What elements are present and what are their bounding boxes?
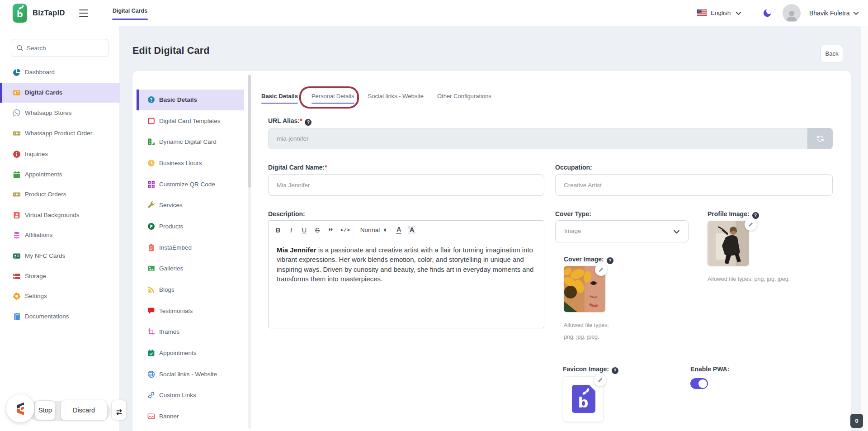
money-icon — [13, 190, 21, 199]
card-name-input[interactable] — [268, 174, 544, 196]
language-selector-label[interactable]: English — [711, 9, 731, 16]
background-color-icon[interactable]: A — [408, 226, 415, 234]
profile-image-thumbnail[interactable] — [708, 221, 749, 266]
section-item-dynamic-digital-card[interactable]: Dynamic Digital Card — [137, 132, 244, 152]
tab-other-configurations[interactable]: Other Configurations — [437, 93, 491, 104]
sidebar-item-storage[interactable]: Storage — [0, 266, 120, 286]
help-icon[interactable]: ? — [612, 367, 618, 374]
help-icon[interactable]: ? — [607, 257, 613, 264]
tab-personal-details[interactable]: Personal Details — [311, 93, 354, 104]
sidebar-item-virtual-backgrounds[interactable]: Virtual Backgrounds — [0, 205, 120, 225]
section-item-customize-qr-code[interactable]: Customize QR Code — [137, 174, 244, 195]
discard-button[interactable]: Discard — [61, 400, 107, 421]
sidebar-item-affiliations[interactable]: Affiliations — [0, 225, 120, 245]
page-scrollbar-track[interactable] — [861, 0, 868, 431]
occupation-input[interactable] — [555, 174, 833, 196]
user-name[interactable]: Bhavik Fuletra — [809, 9, 849, 17]
occupation-label: Occupation: — [555, 164, 592, 171]
text-color-icon[interactable]: A — [396, 226, 401, 234]
edit-profile-image-button[interactable] — [745, 218, 757, 231]
regenerate-alias-button[interactable] — [807, 128, 833, 149]
user-avatar[interactable] — [783, 4, 801, 22]
sidebar-item-label: Whatsapp Stores — [25, 109, 72, 116]
enable-pwa-toggle[interactable] — [690, 378, 708, 389]
photo-icon — [147, 265, 155, 272]
pencil-icon — [598, 267, 604, 273]
section-item-business-hours[interactable]: Business Hours — [137, 153, 244, 174]
url-alias-input[interactable] — [268, 128, 807, 149]
section-item-appointments[interactable]: Appointments — [137, 343, 244, 364]
sidebar-item-dashboard[interactable]: Dashboard — [0, 62, 120, 82]
edit-favicon-button[interactable] — [594, 374, 606, 386]
sidebar-item-documentations[interactable]: Documentations — [0, 307, 120, 327]
section-item-instaembed[interactable]: InstaEmbed — [137, 237, 244, 258]
section-item-label: Banner — [159, 413, 179, 420]
language-chevron-down-icon[interactable] — [735, 10, 742, 17]
gear-icon — [13, 292, 21, 300]
section-item-label: Appointments — [159, 350, 197, 356]
money-icon — [13, 129, 21, 137]
section-item-services[interactable]: Services — [137, 195, 244, 216]
sidebar-item-label: Whatsapp Product Order — [25, 130, 92, 137]
hamburger-menu-icon[interactable] — [79, 9, 88, 19]
sections-scrollbar[interactable] — [248, 75, 251, 429]
section-item-iframes[interactable]: Iframes — [137, 322, 244, 342]
crop-icon — [147, 328, 155, 336]
section-item-label: InstaEmbed — [159, 244, 192, 251]
tab-basic-details[interactable]: Basic Details — [261, 93, 298, 104]
section-item-custom-links[interactable]: Custom Links — [137, 385, 244, 406]
blockquote-icon[interactable]: ” — [327, 229, 334, 234]
italic-icon[interactable]: I — [288, 226, 294, 234]
back-button[interactable]: Back — [821, 45, 843, 62]
sidebar-item-inquiries[interactable]: Inquiries — [0, 144, 120, 164]
cover-type-select[interactable]: Image — [555, 220, 689, 242]
bold-icon[interactable]: B — [275, 226, 281, 234]
sidebar-item-digital-cards[interactable]: Digital Cards — [0, 83, 120, 103]
recorder-logo-badge[interactable] — [6, 394, 34, 422]
section-item-testimonials[interactable]: Testimonials — [137, 301, 244, 322]
sidebar-item-label: Inquiries — [25, 151, 48, 157]
header-tab-digital-cards[interactable]: Digital Cards — [113, 8, 147, 14]
code-icon[interactable]: </> — [340, 227, 350, 233]
sidebar-item-label: Affiliations — [25, 232, 52, 238]
section-item-galleries[interactable]: Galleries — [137, 258, 244, 279]
section-item-social-links-website[interactable]: Social links - Website — [137, 364, 244, 385]
sidebar-item-label: Documentations — [25, 313, 69, 320]
format-select[interactable]: Normal ▲▼ — [360, 227, 387, 233]
help-icon[interactable]: ? — [305, 119, 311, 126]
section-item-products[interactable]: Products — [137, 216, 244, 237]
sidebar-item-label: Appointments — [25, 171, 62, 178]
recorder-logo-icon — [13, 401, 28, 416]
stop-button[interactable]: Stop — [35, 400, 56, 420]
edit-cover-image-button[interactable] — [595, 264, 607, 276]
section-item-digital-card-templates[interactable]: Digital Card Templates — [137, 111, 244, 132]
section-item-banner[interactable]: Banner — [137, 406, 244, 427]
sidebar-item-appointments[interactable]: Appointments — [0, 165, 120, 185]
swap-button[interactable] — [111, 400, 127, 420]
help-icon[interactable]: ? — [752, 212, 759, 219]
sidebar-item-whatsapp-product-order[interactable]: Whatsapp Product Order — [0, 123, 120, 143]
search-input[interactable] — [27, 40, 106, 56]
sidebar-item-label: Digital Cards — [25, 89, 62, 96]
dark-mode-moon-icon[interactable] — [762, 8, 772, 18]
description-text[interactable]: Mia Jennifer is a passionate and creativ… — [269, 239, 544, 289]
sidebar-item-settings[interactable]: Settings — [0, 286, 120, 306]
counter-badge: 0 — [850, 414, 863, 428]
sidebar-item-whatsapp-stores[interactable]: Whatsapp Stores — [0, 103, 120, 123]
brand-logo[interactable]: b — [13, 4, 27, 23]
brand-name: BizTapID — [33, 9, 65, 17]
section-item-label: Products — [159, 223, 183, 230]
tab-social-links-website[interactable]: Social links - Website — [368, 93, 424, 104]
underline-icon[interactable]: U — [301, 226, 307, 234]
dynamic-card-icon — [147, 138, 155, 146]
user-menu-chevron-down-icon[interactable] — [853, 10, 859, 17]
sidebar-search[interactable] — [11, 39, 108, 57]
swap-arrows-icon — [115, 408, 123, 416]
format-arrows-icon: ▲▼ — [383, 227, 387, 232]
sidebar-item-label: Dashboard — [25, 69, 55, 76]
sidebar-item-my-nfc-cards[interactable]: My NFC Cards — [0, 246, 120, 266]
section-item-basic-details[interactable]: Basic Details — [137, 90, 244, 110]
sidebar-item-product-orders[interactable]: Product Orders — [0, 185, 120, 204]
strikethrough-icon[interactable]: S — [314, 226, 321, 234]
section-item-blogs[interactable]: Blogs — [137, 279, 244, 300]
